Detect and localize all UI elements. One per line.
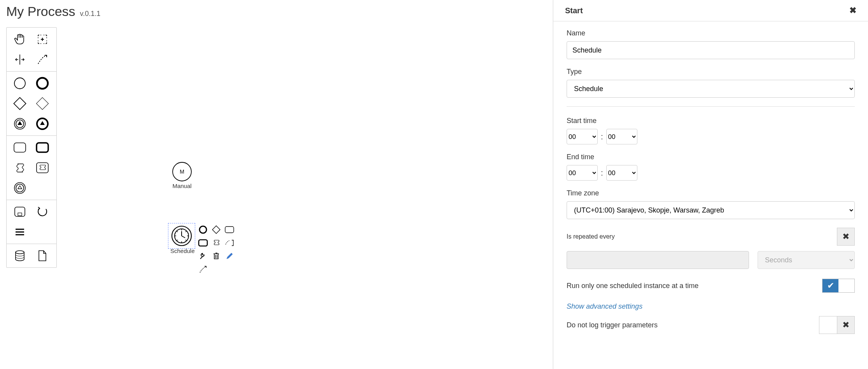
nolog-remove-button[interactable]: ✖	[837, 316, 855, 334]
x-icon-2: ✖	[842, 320, 849, 330]
node-schedule-label: Schedule	[170, 248, 193, 254]
svg-rect-35	[225, 227, 234, 233]
timezone-select[interactable]: (UTC+01:00) Sarajevo, Skopje, Warsaw, Za…	[567, 201, 855, 219]
type-label: Type	[567, 68, 855, 76]
x-icon: ✖	[842, 232, 849, 242]
context-pad	[198, 224, 235, 275]
start-hour-select[interactable]: 00	[567, 129, 598, 144]
node-manual-start[interactable]: M Manual	[171, 162, 193, 189]
time-colon: :	[600, 132, 604, 141]
repeat-label: Is repeated every	[567, 233, 615, 240]
context-gateway-icon[interactable]	[211, 224, 222, 235]
node-manual-label: Manual	[171, 183, 193, 189]
context-trash-icon[interactable]	[211, 251, 222, 262]
repeat-unit-select[interactable]: Seconds	[758, 251, 855, 269]
close-icon[interactable]: ✖	[849, 5, 856, 16]
svg-text:M: M	[180, 169, 184, 175]
context-connect-icon[interactable]	[198, 264, 208, 275]
context-script-icon[interactable]	[211, 237, 222, 248]
editor-area: My Process v.0.1.1	[0, 0, 553, 369]
advanced-settings-link[interactable]: Show advanced settings	[567, 302, 642, 310]
svg-rect-34	[212, 226, 220, 234]
context-annotation-icon[interactable]	[224, 237, 235, 248]
single-instance-toggle[interactable]: ✔	[822, 279, 855, 293]
node-schedule-start[interactable]: Schedule	[170, 225, 193, 254]
end-minute-select[interactable]: 00	[606, 165, 637, 181]
single-instance-label: Run only one scheduled instance at a tim…	[567, 282, 698, 290]
properties-header: Start ✖	[553, 0, 868, 21]
context-task-bold-icon[interactable]	[198, 237, 208, 248]
start-minute-select[interactable]: 00	[606, 129, 637, 144]
check-icon: ✔	[827, 281, 834, 290]
nolog-label: Do not log trigger parameters	[567, 321, 658, 329]
time-colon-2: :	[600, 169, 604, 177]
nolog-value-box[interactable]	[819, 316, 837, 334]
end-time-label: End time	[567, 153, 855, 161]
type-select[interactable]: Schedule	[567, 80, 855, 98]
context-wrench-icon[interactable]	[198, 251, 208, 262]
name-input[interactable]	[567, 41, 855, 59]
repeat-remove-button[interactable]: ✖	[837, 228, 855, 246]
repeat-value-input[interactable]	[567, 251, 749, 269]
properties-panel: Start ✖ Name Type Schedule Start time 00…	[553, 0, 868, 369]
svg-rect-36	[199, 240, 207, 246]
start-time-label: Start time	[567, 117, 855, 125]
end-hour-select[interactable]: 00	[567, 165, 598, 181]
context-end-event-icon[interactable]	[198, 224, 208, 235]
context-task-icon[interactable]	[224, 224, 235, 235]
name-label: Name	[567, 29, 855, 37]
canvas[interactable]: M Manual Schedule	[0, 0, 553, 369]
svg-point-33	[200, 226, 206, 233]
timezone-label: Time zone	[567, 189, 855, 197]
properties-title: Start	[565, 6, 583, 15]
context-edit-icon[interactable]	[224, 251, 235, 262]
